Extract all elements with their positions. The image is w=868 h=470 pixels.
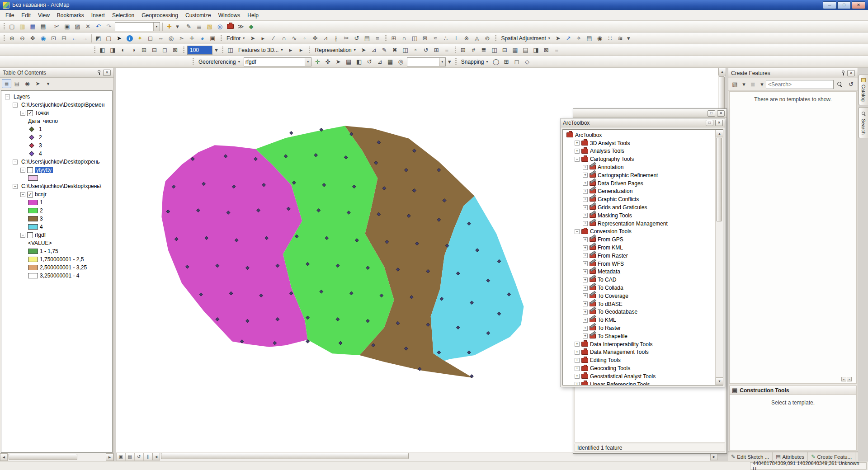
collapse-toggle[interactable]: −	[575, 229, 580, 234]
f3d-tool-1-button[interactable]: ◫	[225, 45, 236, 55]
toc-row-value[interactable]: <VALUE>	[1, 239, 112, 247]
trace-tool-button[interactable]: ∿	[289, 33, 299, 43]
collapse-toggle[interactable]: −	[5, 94, 10, 99]
size-field[interactable]: 100	[187, 46, 212, 55]
arctoolbox-row-cartographic-refinement[interactable]: +Cartographic Refinement	[565, 171, 714, 179]
toc-row-swatch[interactable]	[1, 174, 112, 182]
viewer-window-button[interactable]: ▣	[208, 33, 218, 43]
rep-marker-1-button[interactable]: ◧	[97, 45, 108, 55]
arctoolbox-row-metadata[interactable]: +Metadata	[565, 268, 714, 276]
table-of-contents-toggle-button[interactable]: ≣	[194, 22, 204, 32]
expand-toggle[interactable]: +	[575, 366, 580, 371]
adv-edit-10-button[interactable]: ⊚	[482, 33, 492, 43]
toc-row-ytyytty[interactable]: −ytyytty	[1, 166, 112, 174]
menu-view[interactable]: View	[34, 11, 53, 20]
rep-erase-button[interactable]: ✖	[390, 45, 400, 55]
rep-grid-button[interactable]: ⊞	[431, 45, 442, 55]
layout-view-button[interactable]: ▤	[125, 453, 134, 461]
time-slider-button[interactable]: ◕	[197, 33, 208, 43]
georeferencing-layer-combo[interactable]: rfgdf▾	[244, 57, 311, 66]
zoom-out-button[interactable]: ⊖	[17, 33, 28, 43]
arctoolbox-row-grids-and-graticules[interactable]: +Grids and Graticules	[565, 203, 714, 212]
f3d-tool-3-button[interactable]: ▸	[296, 45, 306, 55]
arctoolbox-row-masking-tools[interactable]: +Masking Tools	[565, 212, 714, 220]
arctoolbox-row-geocoding-tools[interactable]: +Geocoding Tools	[565, 364, 714, 372]
cut-button[interactable]: ✂	[52, 22, 62, 32]
arctoolbox-row-graphic-conflicts[interactable]: +Graphic Conflicts	[565, 195, 714, 203]
expand-toggle[interactable]: +	[583, 205, 588, 210]
arctoolbox-row-arctoolbox[interactable]: ArcToolbox	[565, 131, 714, 139]
undo-button[interactable]: ↶	[93, 22, 104, 32]
toolbar-grip[interactable]	[222, 47, 223, 54]
arctoolbox-row-from-kml[interactable]: +From KML	[565, 244, 714, 252]
toc-row-3[interactable]: 3	[1, 141, 112, 150]
features-to-3d-menu-button[interactable]: Features to 3D...▾	[236, 45, 285, 55]
menu-windows[interactable]: Windows	[215, 11, 244, 20]
refresh-view-button[interactable]: ↺	[134, 453, 143, 461]
toc-row-3-250000001-4[interactable]: 3,250000001 - 4	[1, 272, 112, 280]
arctoolbox-row-from-gps[interactable]: +From GPS	[565, 235, 714, 244]
arctoolbox-row-to-coverage[interactable]: +To Coverage	[565, 292, 714, 300]
size-dropdown-button[interactable]: ▾	[213, 45, 219, 55]
open-button[interactable]: ▥	[17, 22, 28, 32]
measure-button[interactable]: ⇔	[156, 33, 166, 43]
arctoolbox-row-representation-management[interactable]: +Representation Management	[565, 220, 714, 228]
point-snapping-button[interactable]: ◯	[491, 57, 501, 67]
adv-edit-4-button[interactable]: ⊠	[420, 33, 430, 43]
arctoolbox-row-to-kml[interactable]: +To KML	[565, 316, 714, 324]
expand-toggle[interactable]: +	[583, 221, 588, 226]
close-button[interactable]: ✕	[103, 70, 111, 76]
templates-list[interactable]: There are no templates to show. ▲ ▼	[729, 91, 857, 384]
rep-marker-7-button[interactable]: ◻	[160, 45, 170, 55]
sketch-properties-button[interactable]: ≡	[372, 33, 382, 43]
full-extent-button[interactable]: ◉	[38, 33, 48, 43]
point-tool-button[interactable]: ◦	[299, 33, 310, 43]
rep-list-button[interactable]: ≡	[442, 45, 452, 55]
adv-edit-1-button[interactable]: ⊞	[388, 33, 399, 43]
layer-visibility-checkbox[interactable]: ✓	[27, 192, 33, 197]
edit-vertices-button[interactable]: ✜	[310, 33, 320, 43]
representation-menu-button[interactable]: Representation▾	[312, 45, 358, 55]
expand-toggle[interactable]: +	[583, 310, 588, 315]
expand-toggle[interactable]: +	[575, 382, 580, 385]
select-link-button[interactable]: ➤	[333, 57, 344, 67]
toc-row-1-1-75[interactable]: 1 - 1,75	[1, 247, 112, 255]
search-templates-button[interactable]	[835, 80, 845, 89]
arctoolbox-row-generalization[interactable]: +Generalization	[565, 188, 714, 196]
menu-geoprocessing[interactable]: Geoprocessing	[138, 11, 182, 20]
arctoolbox-row-3d-analyst-tools[interactable]: +3D Analyst Tools	[565, 139, 714, 147]
straight-segment-tool-button[interactable]: ∕	[268, 33, 278, 43]
expand-toggle[interactable]: +	[583, 189, 588, 194]
sa-edge-match-button[interactable]: ≋	[615, 33, 626, 43]
arctoolbox-row-editing-tools[interactable]: +Editing Tools	[565, 356, 714, 364]
collapse-toggle[interactable]: −	[13, 160, 18, 164]
expand-toggle[interactable]: +	[575, 374, 580, 379]
toc-tree[interactable]: −Layers−C:\Users\juchkov\Desktop\Времен−…	[1, 90, 113, 453]
scroll-up-button[interactable]: ▲	[716, 130, 723, 137]
scroll-track[interactable]	[8, 453, 106, 461]
identify-button[interactable]: i	[124, 33, 135, 43]
adv-edit-5-button[interactable]: ≈	[430, 33, 440, 43]
f3d-tool-2-button[interactable]: ▸	[285, 45, 296, 55]
find-route-button[interactable]: ➣	[176, 33, 187, 43]
zoom-to-layer-button[interactable]: ◧	[354, 57, 364, 67]
add-data-dropdown-button[interactable]: ▾	[175, 22, 180, 32]
arctoolbox-row-linear-referencing-tools[interactable]: +Linear Referencing Tools	[565, 381, 714, 385]
template-properties-button[interactable]: ▧	[730, 80, 740, 89]
expand-toggle[interactable]: +	[575, 358, 580, 363]
toc-row-1[interactable]: 1	[1, 198, 112, 207]
adv-edit-3-button[interactable]: ◫	[409, 33, 420, 43]
arctoolbox-row-to-shapefile[interactable]: +To Shapefile	[565, 332, 714, 340]
data-view-button[interactable]: ▣	[116, 453, 125, 461]
menu-bookmarks[interactable]: Bookmarks	[53, 11, 88, 20]
collapse-toggle[interactable]: −	[20, 168, 25, 173]
toc-row-1-750000001-2-5[interactable]: 1,750000001 - 2,5	[1, 255, 112, 263]
expand-toggle[interactable]: +	[583, 165, 588, 170]
editor-menu-button[interactable]: Editor▾	[224, 33, 247, 43]
modelbuilder-window-toggle-button[interactable]: ◆	[246, 22, 256, 32]
options-button[interactable]: ▾	[43, 79, 53, 88]
catalog-window-toggle-button[interactable]: ▧	[204, 22, 215, 32]
fixed-zoom-in-button[interactable]: ⊡	[48, 33, 59, 43]
sa-options-button[interactable]: ▾	[626, 33, 632, 43]
toc-row-rfgdf[interactable]: −rfgdf	[1, 231, 112, 239]
